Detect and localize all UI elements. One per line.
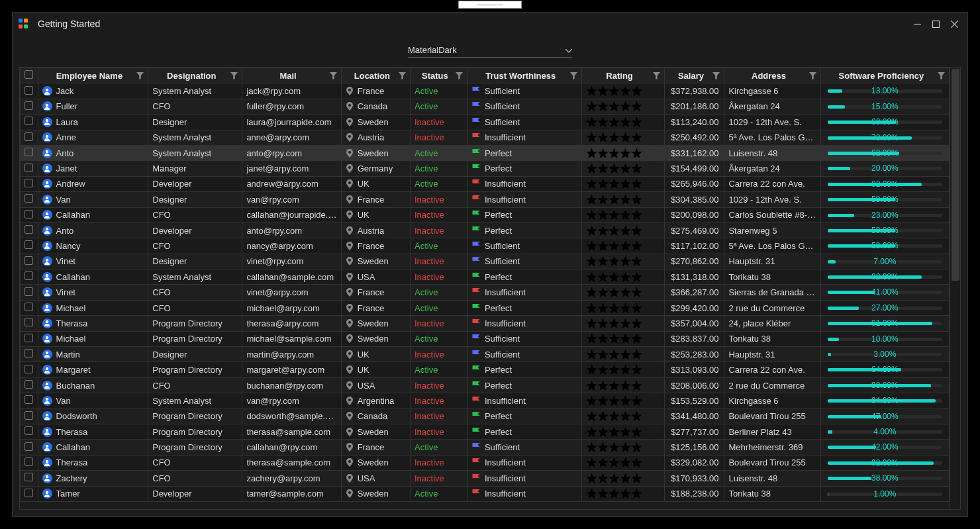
maximize-button[interactable] xyxy=(926,15,945,33)
star-icon[interactable] xyxy=(597,148,609,159)
table-row[interactable]: AnneSystem Analystanne@arpy.comAustriaIn… xyxy=(21,130,950,145)
star-icon[interactable] xyxy=(586,240,597,252)
star-icon[interactable] xyxy=(620,473,631,484)
column-header-prof[interactable]: Software Proficiency xyxy=(820,68,949,83)
rating-stars[interactable] xyxy=(586,117,661,128)
filter-icon[interactable] xyxy=(399,72,406,79)
star-icon[interactable] xyxy=(620,364,631,375)
row-checkbox[interactable] xyxy=(24,194,33,203)
star-icon[interactable] xyxy=(620,287,631,298)
row-checkbox[interactable] xyxy=(24,287,33,296)
table-row[interactable]: AntoDeveloperanto@rpy.comAustriaInactive… xyxy=(21,222,950,238)
column-header-status[interactable]: Status xyxy=(410,68,467,83)
star-icon[interactable] xyxy=(620,380,631,391)
table-row[interactable]: MargaretProgram Directorymargaret@arpy.c… xyxy=(21,362,950,377)
table-row[interactable]: CallahanProgram Directorycallahan@rpy.co… xyxy=(21,440,950,455)
star-icon[interactable] xyxy=(631,333,642,344)
star-icon[interactable] xyxy=(631,426,642,438)
star-icon[interactable] xyxy=(586,287,597,298)
column-header-desig[interactable]: Designation xyxy=(148,68,242,83)
star-icon[interactable] xyxy=(609,488,620,499)
star-icon[interactable] xyxy=(586,132,597,143)
star-icon[interactable] xyxy=(597,256,609,267)
star-icon[interactable] xyxy=(597,209,609,220)
star-icon[interactable] xyxy=(586,473,597,484)
minimize-button[interactable] xyxy=(908,15,926,33)
star-icon[interactable] xyxy=(586,225,597,236)
star-icon[interactable] xyxy=(620,178,631,189)
star-icon[interactable] xyxy=(609,194,620,205)
row-checkbox[interactable] xyxy=(24,334,33,342)
column-header-mail[interactable]: Mail xyxy=(242,68,341,83)
star-icon[interactable] xyxy=(597,101,609,112)
row-checkbox[interactable] xyxy=(24,411,33,420)
table-row[interactable]: AndrewDeveloperandrew@arpy.comUKActiveIn… xyxy=(21,176,950,191)
star-icon[interactable] xyxy=(620,442,631,453)
row-checkbox[interactable] xyxy=(24,225,33,234)
rating-stars[interactable] xyxy=(586,209,661,220)
star-icon[interactable] xyxy=(586,148,597,159)
rating-stars[interactable] xyxy=(586,473,661,484)
table-row[interactable]: JanetManagerjanet@arpy.comGermanyActiveP… xyxy=(21,161,950,176)
star-icon[interactable] xyxy=(631,271,642,283)
star-icon[interactable] xyxy=(631,349,642,360)
star-icon[interactable] xyxy=(631,85,642,97)
star-icon[interactable] xyxy=(586,178,597,189)
star-icon[interactable] xyxy=(586,194,597,205)
star-icon[interactable] xyxy=(597,426,609,438)
star-icon[interactable] xyxy=(609,364,620,375)
star-icon[interactable] xyxy=(586,318,597,329)
star-icon[interactable] xyxy=(597,303,609,314)
star-icon[interactable] xyxy=(609,132,620,143)
star-icon[interactable] xyxy=(631,117,642,128)
star-icon[interactable] xyxy=(631,163,642,174)
star-icon[interactable] xyxy=(620,457,631,468)
row-checkbox[interactable] xyxy=(24,148,33,156)
rating-stars[interactable] xyxy=(586,225,661,236)
row-checkbox[interactable] xyxy=(24,117,33,125)
star-icon[interactable] xyxy=(609,426,620,438)
filter-icon[interactable] xyxy=(136,72,144,79)
rating-stars[interactable] xyxy=(586,85,661,97)
row-checkbox[interactable] xyxy=(24,132,33,141)
table-row[interactable]: BuchananCFObuchanan@rpy.comUSAInactivePe… xyxy=(21,377,950,393)
star-icon[interactable] xyxy=(586,349,597,360)
table-row[interactable]: DodsworthProgram Directorydodsworth@samp… xyxy=(21,409,950,424)
theme-dropdown[interactable]: MaterialDark xyxy=(408,43,572,58)
filter-icon[interactable] xyxy=(712,72,720,79)
star-icon[interactable] xyxy=(620,426,631,438)
star-icon[interactable] xyxy=(631,303,642,314)
star-icon[interactable] xyxy=(609,349,620,360)
table-row[interactable]: JackSystem Analystjack@rpy.comFranceActi… xyxy=(21,83,950,99)
star-icon[interactable] xyxy=(597,457,609,468)
rating-stars[interactable] xyxy=(586,256,661,267)
row-checkbox[interactable] xyxy=(24,442,33,451)
star-icon[interactable] xyxy=(586,442,597,453)
star-icon[interactable] xyxy=(597,225,609,236)
filter-icon[interactable] xyxy=(653,72,660,79)
rating-stars[interactable] xyxy=(586,271,661,283)
star-icon[interactable] xyxy=(597,442,609,453)
star-icon[interactable] xyxy=(609,256,620,267)
star-icon[interactable] xyxy=(620,349,631,360)
star-icon[interactable] xyxy=(609,303,620,314)
star-icon[interactable] xyxy=(597,364,609,375)
scrollbar-thumb[interactable] xyxy=(952,69,959,281)
rating-stars[interactable] xyxy=(586,303,661,314)
star-icon[interactable] xyxy=(609,163,620,174)
table-row[interactable]: TherasaProgram Directorytherasa@sample.c… xyxy=(21,424,950,439)
table-row[interactable]: TherasaCFOtherasa@sample.comSwedenInacti… xyxy=(21,455,950,470)
star-icon[interactable] xyxy=(586,101,597,112)
star-icon[interactable] xyxy=(597,488,609,499)
rating-stars[interactable] xyxy=(586,318,661,329)
row-checkbox[interactable] xyxy=(24,318,33,326)
star-icon[interactable] xyxy=(586,410,597,422)
star-icon[interactable] xyxy=(609,318,620,329)
filter-icon[interactable] xyxy=(330,72,337,79)
row-checkbox[interactable] xyxy=(24,164,33,172)
table-row[interactable]: MichaelCFOmichael@arpy.comFranceActivePe… xyxy=(21,300,950,315)
select-all-checkbox[interactable] xyxy=(24,70,33,79)
star-icon[interactable] xyxy=(597,194,609,205)
filter-icon[interactable] xyxy=(230,72,238,79)
column-header-name[interactable]: Employee Name xyxy=(38,68,148,83)
